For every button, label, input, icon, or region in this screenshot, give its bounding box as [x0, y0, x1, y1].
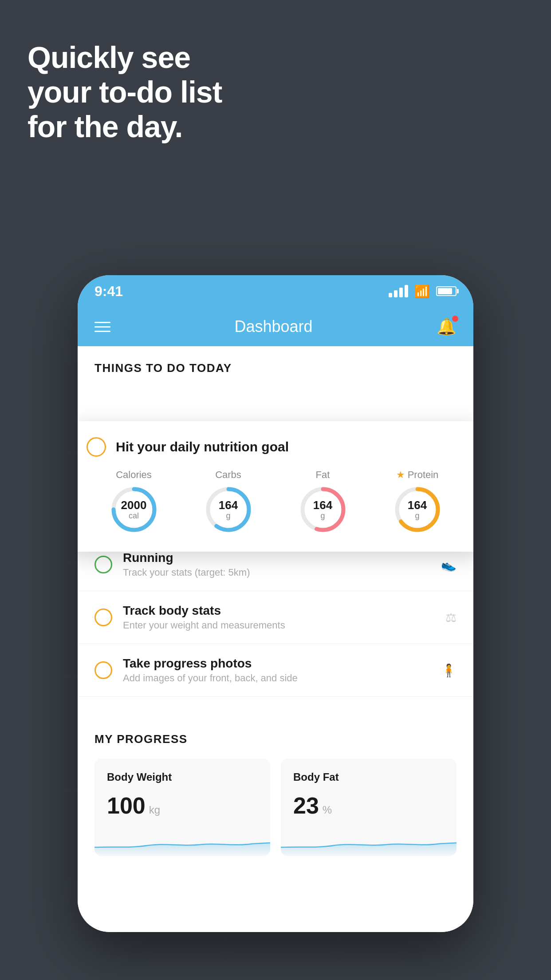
donut-center: 164 g	[313, 499, 332, 520]
nutrition-item-fat: Fat 164 g	[299, 469, 347, 534]
donut-carbs: 164 g	[204, 485, 253, 534]
battery-icon	[436, 286, 457, 296]
progress-unit: %	[323, 804, 332, 816]
progress-cards: Body Weight 100 kg Body Fat 23 %	[94, 759, 457, 856]
nutrition-label-text: Carbs	[215, 469, 241, 481]
phone-content: THINGS TO DO TODAY Hit your daily nutrit…	[78, 346, 473, 932]
hero-text: Quickly see your to-do list for the day.	[28, 40, 222, 144]
menu-button[interactable]	[94, 322, 110, 332]
donut-value: 164	[313, 499, 332, 512]
mini-chart	[94, 830, 270, 856]
donut-protein: 164 g	[393, 485, 442, 534]
nutrition-card-title: Hit your daily nutrition goal	[116, 439, 289, 454]
nutrition-label-text: Calories	[116, 469, 152, 481]
wifi-icon: 📶	[414, 284, 430, 299]
status-time: 9:41	[94, 283, 123, 300]
shoe-icon: 👟	[441, 557, 457, 572]
progress-card-title: Body Fat	[293, 771, 444, 783]
donut-value: 164	[219, 499, 238, 512]
todo-title: Track body stats	[123, 604, 435, 618]
todo-circle	[94, 661, 112, 679]
status-icons: 📶	[389, 284, 457, 299]
nutrition-label-text: Protein	[408, 469, 439, 481]
donut-unit: cal	[121, 511, 147, 520]
todo-circle	[94, 609, 112, 626]
hero-line1: Quickly see	[28, 40, 222, 75]
progress-card-body-weight[interactable]: Body Weight 100 kg	[94, 759, 270, 856]
nutrition-circle-indicator	[87, 437, 106, 457]
donut-unit: g	[313, 511, 332, 520]
phone-shell: 9:41 📶 Dashboard 🔔 THINGS TO DO TODAY	[78, 275, 473, 932]
progress-big-value: 100	[107, 792, 146, 819]
hero-line3: for the day.	[28, 109, 222, 144]
todo-subtitle: Add images of your front, back, and side	[123, 672, 430, 684]
todo-subtitle: Enter your weight and measurements	[123, 620, 435, 631]
todo-item-progress-photos[interactable]: Take progress photosAdd images of your f…	[78, 644, 473, 697]
things-to-do-header: THINGS TO DO TODAY	[78, 346, 473, 383]
progress-value-row: 100 kg	[107, 792, 258, 819]
donut-center: 164 g	[408, 499, 427, 520]
nutrition-label-text: Fat	[316, 469, 330, 481]
nav-title: Dashboard	[234, 317, 312, 336]
nutrition-row: Calories 2000 cal Carbs 164 g Fat 164 g …	[87, 469, 464, 534]
progress-card-title: Body Weight	[107, 771, 258, 783]
progress-big-value: 23	[293, 792, 319, 819]
mini-chart	[281, 830, 457, 856]
donut-unit: g	[408, 511, 427, 520]
star-icon: ★	[396, 469, 405, 481]
todo-title: Take progress photos	[123, 656, 430, 671]
nav-bar: Dashboard 🔔	[78, 307, 473, 346]
progress-heading: MY PROGRESS	[94, 732, 457, 746]
nutrition-item-calories: Calories 2000 cal	[110, 469, 158, 534]
person-icon: 🧍	[441, 663, 457, 678]
donut-value: 164	[408, 499, 427, 512]
notification-badge	[452, 316, 458, 322]
status-bar: 9:41 📶	[78, 275, 473, 307]
progress-card-body-fat[interactable]: Body Fat 23 %	[281, 759, 457, 856]
todo-title: Running	[123, 551, 430, 565]
progress-unit: kg	[149, 804, 160, 816]
todo-circle	[94, 556, 112, 573]
progress-section: MY PROGRESS Body Weight 100 kg Body	[78, 715, 473, 856]
todo-list: RunningTrack your stats (target: 5km)👟Tr…	[78, 538, 473, 697]
donut-value: 2000	[121, 499, 147, 512]
nutrition-card: Hit your daily nutrition goal Calories 2…	[78, 421, 473, 552]
donut-calories: 2000 cal	[110, 485, 158, 534]
donut-center: 164 g	[219, 499, 238, 520]
todo-item-track-body[interactable]: Track body statsEnter your weight and me…	[78, 591, 473, 644]
scale-icon: ⚖	[445, 610, 457, 625]
notification-button[interactable]: 🔔	[437, 317, 457, 336]
hero-line2: your to-do list	[28, 75, 222, 109]
progress-value-row: 23 %	[293, 792, 444, 819]
signal-icon	[389, 285, 408, 297]
donut-unit: g	[219, 511, 238, 520]
nutrition-item-protein: ★Protein 164 g	[393, 469, 442, 534]
nutrition-item-carbs: Carbs 164 g	[204, 469, 253, 534]
donut-center: 2000 cal	[121, 499, 147, 520]
donut-fat: 164 g	[299, 485, 347, 534]
todo-subtitle: Track your stats (target: 5km)	[123, 567, 430, 578]
